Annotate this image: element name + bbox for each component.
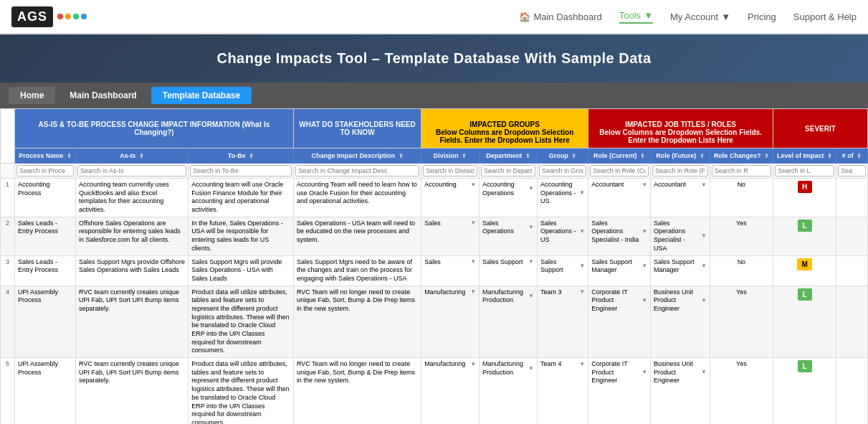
cell-division[interactable]: Sales▼ xyxy=(424,220,476,228)
cell-group[interactable]: Accounting Operations - US▼ xyxy=(540,181,585,206)
cell-role-future[interactable]: Sales Operations Specialist - USA▼ xyxy=(654,220,707,253)
col-header-department: Department ⬆ xyxy=(480,149,538,164)
cell-division[interactable]: Sales▼ xyxy=(424,258,476,267)
home-icon: 🏠 xyxy=(519,11,530,22)
cell-count xyxy=(836,217,868,255)
search-change-impact-input[interactable] xyxy=(295,165,419,176)
cell-division[interactable]: Manufacturing▼ xyxy=(424,360,476,369)
nav-pricing[interactable]: Pricing xyxy=(748,11,776,22)
sort-icon-change-impact[interactable]: ⬆ xyxy=(399,153,404,159)
sort-icon-role-changes[interactable]: ⬆ xyxy=(764,153,769,159)
cell-role-future[interactable]: Business Unit Product Engineer▼ xyxy=(654,288,707,314)
sort-icon-as-is[interactable]: ⬆ xyxy=(139,153,144,159)
dropdown-arrow: ▼ xyxy=(701,263,707,270)
dropdown-arrow: ▼ xyxy=(642,297,647,304)
cell-role-current[interactable]: Accountant▼ xyxy=(591,181,647,189)
col-header-to-be: To-Be ⬆ xyxy=(189,149,294,164)
search-change-impact-cell xyxy=(293,164,421,179)
nav-my-account[interactable]: My Account ▼ xyxy=(670,11,730,22)
search-division-input[interactable] xyxy=(423,165,477,176)
col-header-change-impact: Change Impact Description ⬆ xyxy=(293,149,421,164)
breadcrumb-home-button[interactable]: Home xyxy=(9,87,55,104)
cell-role-changes: Yes xyxy=(710,217,773,255)
cell-department[interactable]: Sales Operations▼ xyxy=(482,220,534,236)
severity-badge: M xyxy=(797,258,811,270)
nav-main-dashboard[interactable]: 🏠 Main Dashboard xyxy=(519,11,601,22)
sort-icon-count[interactable]: ⬆ xyxy=(857,153,862,159)
search-group-input[interactable] xyxy=(539,165,586,176)
search-count-input[interactable] xyxy=(838,165,866,176)
cell-role-future[interactable]: Sales Support Manager▼ xyxy=(654,258,707,275)
cell-department[interactable]: Manufacturing Production▼ xyxy=(482,288,534,305)
col-header-role-changes: Role Changes? ⬆ xyxy=(710,149,773,164)
cell-to-be: Sales Support Mgrs will provide Sales Op… xyxy=(191,258,282,282)
cell-department[interactable]: Manufacturing Production▼ xyxy=(482,360,534,377)
logo-dots xyxy=(57,14,87,19)
table-row: 5UPI Assembly ProcessRVC team currently … xyxy=(1,358,868,424)
search-as-is-input[interactable] xyxy=(77,165,186,176)
cell-department[interactable]: Accounting Operations▼ xyxy=(482,181,534,197)
breadcrumb-template-database-button[interactable]: Template Database xyxy=(151,87,252,104)
cell-as-is: Accounting team currently uses QuickBook… xyxy=(79,181,169,213)
cell-division[interactable]: Manufacturing▼ xyxy=(424,288,476,297)
cell-division[interactable]: Accounting▼ xyxy=(424,181,476,189)
cell-role-current[interactable]: Sales Operations Specialist - India▼ xyxy=(591,220,647,245)
dropdown-arrow: ▼ xyxy=(470,361,476,368)
search-role-future-input[interactable] xyxy=(652,165,708,176)
table-row: 4UPI Assembly ProcessRVC team currently … xyxy=(1,286,868,358)
table-row: 3Sales Leads - Entry ProcessSales Suppor… xyxy=(1,255,868,286)
search-to-be-input[interactable] xyxy=(190,165,292,176)
cell-group[interactable]: Team 4▼ xyxy=(540,360,585,369)
breadcrumb-main-dashboard-button[interactable]: Main Dashboard xyxy=(58,87,148,104)
sort-icon-level-impact[interactable]: ⬆ xyxy=(827,153,832,159)
search-level-input[interactable] xyxy=(775,165,834,176)
sort-icon-process[interactable]: ⬆ xyxy=(67,153,72,159)
dropdown-arrow: ▼ xyxy=(701,182,707,189)
cell-group[interactable]: Team 3▼ xyxy=(540,288,585,297)
dropdown-arrow: ▼ xyxy=(528,258,534,265)
row-number: 2 xyxy=(1,217,15,255)
cell-process-name: Sales Leads - Entry Process xyxy=(18,258,58,274)
cell-as-is: RVC team currently creates unique UPI Fa… xyxy=(79,360,179,384)
cell-role-current[interactable]: Sales Support Manager▼ xyxy=(591,258,647,275)
col-header-group: Group ⬆ xyxy=(538,149,588,164)
cell-as-is: Offshore Sales Operations are responsibl… xyxy=(79,220,181,243)
cell-department[interactable]: Sales Support▼ xyxy=(482,258,534,267)
cell-role-future[interactable]: Business Unit Product Engineer▼ xyxy=(654,360,707,385)
search-level-cell xyxy=(773,164,836,179)
column-header-row: Process Name ⬆ As-Is ⬆ To-Be ⬆ Change Im… xyxy=(1,149,868,164)
dropdown-arrow: ▼ xyxy=(642,263,647,270)
search-role-current-input[interactable] xyxy=(590,165,649,176)
col-group-stakeholder: WHAT DO STAKEHOLDERS NEED TO KNOW xyxy=(293,109,421,149)
sort-icon-role-future[interactable]: ⬆ xyxy=(700,153,705,159)
cell-group[interactable]: Sales Operations - US▼ xyxy=(540,220,585,245)
nav-support-help[interactable]: Support & Help xyxy=(793,11,857,22)
cell-role-changes: Yes xyxy=(710,358,773,424)
nav-tools[interactable]: Tools ▼ xyxy=(619,10,653,24)
sort-icon-role-current[interactable]: ⬆ xyxy=(640,153,645,159)
severity-badge: L xyxy=(798,360,812,372)
search-department-input[interactable] xyxy=(481,165,535,176)
cell-level-impact: L xyxy=(773,358,836,424)
sort-icon-department[interactable]: ⬆ xyxy=(525,153,530,159)
search-role-changes-input[interactable] xyxy=(712,165,771,176)
cell-role-future[interactable]: Accountant▼ xyxy=(654,181,707,189)
search-process-input[interactable] xyxy=(16,165,74,176)
cell-role-current[interactable]: Corporate IT Product Engineer▼ xyxy=(591,360,647,385)
cell-role-current[interactable]: Corporate IT Product Engineer▼ xyxy=(591,288,647,314)
cell-change-impact: RVC Team will no longer need to create u… xyxy=(297,288,415,312)
col-header-level-impact: Level of Impact ⬆ xyxy=(773,149,836,164)
chevron-down-icon: ▼ xyxy=(644,10,653,21)
sort-icon-division[interactable]: ⬆ xyxy=(462,153,467,159)
sort-icon-group[interactable]: ⬆ xyxy=(571,153,576,159)
logo-dot-4 xyxy=(81,14,87,19)
search-as-is-cell xyxy=(76,164,189,179)
search-count-cell xyxy=(836,164,868,179)
cell-change-impact: Sales Operations - USA team will need to… xyxy=(297,220,415,243)
cell-group[interactable]: Sales Support▼ xyxy=(540,258,585,275)
chevron-down-icon-2: ▼ xyxy=(721,11,730,22)
sort-icon-to-be[interactable]: ⬆ xyxy=(249,153,254,159)
logo-dot-2 xyxy=(65,14,71,19)
logo-dot-3 xyxy=(73,14,79,19)
dropdown-arrow: ▼ xyxy=(579,288,585,296)
